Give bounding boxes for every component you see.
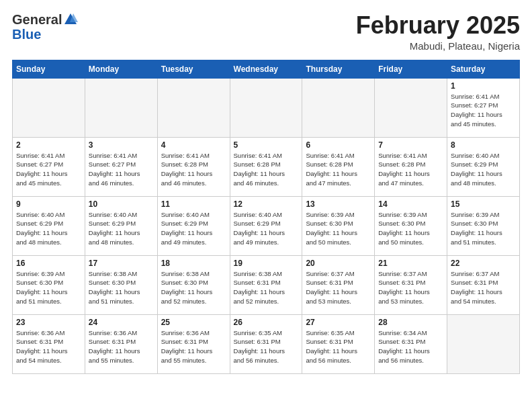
- calendar-cell: 14Sunrise: 6:39 AM Sunset: 6:30 PM Dayli…: [375, 196, 447, 255]
- logo-icon: [63, 12, 78, 27]
- calendar-cell: [302, 78, 375, 137]
- calendar-cell: 8Sunrise: 6:40 AM Sunset: 6:29 PM Daylig…: [447, 137, 520, 196]
- day-info: Sunrise: 6:36 AM Sunset: 6:31 PM Dayligh…: [89, 328, 154, 365]
- day-number: 4: [161, 140, 226, 150]
- calendar-cell: 27Sunrise: 6:35 AM Sunset: 6:31 PM Dayli…: [302, 314, 375, 373]
- day-number: 2: [16, 140, 81, 150]
- calendar-cell: 1Sunrise: 6:41 AM Sunset: 6:27 PM Daylig…: [447, 78, 520, 137]
- page: General Blue February 2025 Mabudi, Plate…: [0, 0, 532, 381]
- day-info: Sunrise: 6:38 AM Sunset: 6:31 PM Dayligh…: [234, 269, 299, 306]
- calendar-cell: 2Sunrise: 6:41 AM Sunset: 6:27 PM Daylig…: [13, 137, 85, 196]
- day-number: 21: [378, 259, 443, 268]
- calendar-cell: 24Sunrise: 6:36 AM Sunset: 6:31 PM Dayli…: [85, 314, 157, 373]
- calendar-cell: [447, 314, 520, 373]
- calendar-cell: 25Sunrise: 6:36 AM Sunset: 6:31 PM Dayli…: [157, 314, 230, 373]
- day-info: Sunrise: 6:41 AM Sunset: 6:27 PM Dayligh…: [451, 92, 516, 129]
- calendar-table: SundayMondayTuesdayWednesdayThursdayFrid…: [12, 60, 520, 374]
- calendar-cell: 4Sunrise: 6:41 AM Sunset: 6:28 PM Daylig…: [157, 137, 230, 196]
- day-info: Sunrise: 6:36 AM Sunset: 6:31 PM Dayligh…: [161, 328, 226, 365]
- day-number: 19: [234, 259, 299, 268]
- calendar-cell: [157, 78, 230, 137]
- calendar-cell: 6Sunrise: 6:41 AM Sunset: 6:28 PM Daylig…: [302, 137, 375, 196]
- day-header-wednesday: Wednesday: [230, 60, 302, 78]
- day-info: Sunrise: 6:37 AM Sunset: 6:31 PM Dayligh…: [451, 269, 516, 306]
- day-header-saturday: Saturday: [447, 60, 520, 78]
- calendar-cell: 9Sunrise: 6:40 AM Sunset: 6:29 PM Daylig…: [13, 196, 85, 255]
- day-info: Sunrise: 6:38 AM Sunset: 6:30 PM Dayligh…: [161, 269, 226, 306]
- logo-general-text: General: [12, 12, 62, 27]
- day-number: 13: [306, 199, 371, 209]
- calendar-cell: [230, 78, 302, 137]
- day-header-friday: Friday: [375, 60, 447, 78]
- day-info: Sunrise: 6:37 AM Sunset: 6:31 PM Dayligh…: [306, 269, 371, 306]
- calendar-cell: 5Sunrise: 6:41 AM Sunset: 6:28 PM Daylig…: [230, 137, 302, 196]
- calendar-cell: [13, 78, 85, 137]
- calendar-cell: 26Sunrise: 6:35 AM Sunset: 6:31 PM Dayli…: [230, 314, 302, 373]
- day-info: Sunrise: 6:35 AM Sunset: 6:31 PM Dayligh…: [306, 328, 371, 365]
- day-info: Sunrise: 6:40 AM Sunset: 6:29 PM Dayligh…: [16, 210, 81, 247]
- day-number: 26: [234, 318, 299, 327]
- calendar-cell: 22Sunrise: 6:37 AM Sunset: 6:31 PM Dayli…: [447, 255, 520, 314]
- day-info: Sunrise: 6:41 AM Sunset: 6:27 PM Dayligh…: [89, 151, 154, 188]
- day-number: 24: [89, 318, 154, 327]
- calendar-cell: 17Sunrise: 6:38 AM Sunset: 6:30 PM Dayli…: [85, 255, 157, 314]
- header: General Blue February 2025 Mabudi, Plate…: [12, 12, 520, 52]
- day-number: 28: [378, 318, 443, 327]
- day-number: 14: [378, 199, 443, 209]
- day-info: Sunrise: 6:40 AM Sunset: 6:29 PM Dayligh…: [161, 210, 226, 247]
- week-row-2: 2Sunrise: 6:41 AM Sunset: 6:27 PM Daylig…: [13, 137, 520, 196]
- title-block: February 2025 Mabudi, Plateau, Nigeria: [356, 12, 520, 52]
- day-header-sunday: Sunday: [13, 60, 85, 78]
- calendar-cell: 3Sunrise: 6:41 AM Sunset: 6:27 PM Daylig…: [85, 137, 157, 196]
- calendar-cell: [375, 78, 447, 137]
- month-title: February 2025: [356, 12, 520, 39]
- calendar-cell: 23Sunrise: 6:36 AM Sunset: 6:31 PM Dayli…: [13, 314, 85, 373]
- week-row-5: 23Sunrise: 6:36 AM Sunset: 6:31 PM Dayli…: [13, 314, 520, 373]
- day-number: 25: [161, 318, 226, 327]
- day-info: Sunrise: 6:38 AM Sunset: 6:30 PM Dayligh…: [89, 269, 154, 306]
- day-info: Sunrise: 6:39 AM Sunset: 6:30 PM Dayligh…: [378, 210, 443, 247]
- day-info: Sunrise: 6:39 AM Sunset: 6:30 PM Dayligh…: [306, 210, 371, 247]
- day-header-monday: Monday: [85, 60, 157, 78]
- day-number: 16: [16, 259, 81, 268]
- day-number: 8: [451, 140, 516, 150]
- day-info: Sunrise: 6:41 AM Sunset: 6:27 PM Dayligh…: [16, 151, 81, 188]
- day-number: 27: [306, 318, 371, 327]
- day-number: 22: [451, 259, 516, 268]
- day-number: 20: [306, 259, 371, 268]
- day-number: 12: [234, 199, 299, 209]
- day-number: 18: [161, 259, 226, 268]
- day-info: Sunrise: 6:39 AM Sunset: 6:30 PM Dayligh…: [451, 210, 516, 247]
- calendar-cell: 10Sunrise: 6:40 AM Sunset: 6:29 PM Dayli…: [85, 196, 157, 255]
- days-header-row: SundayMondayTuesdayWednesdayThursdayFrid…: [13, 60, 520, 78]
- day-number: 23: [16, 318, 81, 327]
- day-info: Sunrise: 6:41 AM Sunset: 6:28 PM Dayligh…: [234, 151, 299, 188]
- day-info: Sunrise: 6:35 AM Sunset: 6:31 PM Dayligh…: [234, 328, 299, 365]
- day-number: 10: [89, 199, 154, 209]
- day-info: Sunrise: 6:37 AM Sunset: 6:31 PM Dayligh…: [378, 269, 443, 306]
- calendar-cell: [85, 78, 157, 137]
- location-title: Mabudi, Plateau, Nigeria: [356, 40, 520, 52]
- day-info: Sunrise: 6:41 AM Sunset: 6:28 PM Dayligh…: [306, 151, 371, 188]
- day-info: Sunrise: 6:34 AM Sunset: 6:31 PM Dayligh…: [378, 328, 443, 365]
- day-info: Sunrise: 6:39 AM Sunset: 6:30 PM Dayligh…: [16, 269, 81, 306]
- day-number: 1: [451, 81, 516, 91]
- calendar-cell: 11Sunrise: 6:40 AM Sunset: 6:29 PM Dayli…: [157, 196, 230, 255]
- day-info: Sunrise: 6:40 AM Sunset: 6:29 PM Dayligh…: [89, 210, 154, 247]
- day-header-tuesday: Tuesday: [157, 60, 230, 78]
- day-number: 17: [89, 259, 154, 268]
- logo: General Blue: [12, 12, 78, 42]
- day-info: Sunrise: 6:36 AM Sunset: 6:31 PM Dayligh…: [16, 328, 81, 365]
- calendar-cell: 18Sunrise: 6:38 AM Sunset: 6:30 PM Dayli…: [157, 255, 230, 314]
- week-row-1: 1Sunrise: 6:41 AM Sunset: 6:27 PM Daylig…: [13, 78, 520, 137]
- day-number: 6: [306, 140, 371, 150]
- calendar-cell: 20Sunrise: 6:37 AM Sunset: 6:31 PM Dayli…: [302, 255, 375, 314]
- day-number: 5: [234, 140, 299, 150]
- day-info: Sunrise: 6:40 AM Sunset: 6:29 PM Dayligh…: [234, 210, 299, 247]
- day-info: Sunrise: 6:40 AM Sunset: 6:29 PM Dayligh…: [451, 151, 516, 188]
- day-header-thursday: Thursday: [302, 60, 375, 78]
- calendar-cell: 13Sunrise: 6:39 AM Sunset: 6:30 PM Dayli…: [302, 196, 375, 255]
- calendar-cell: 19Sunrise: 6:38 AM Sunset: 6:31 PM Dayli…: [230, 255, 302, 314]
- day-number: 9: [16, 199, 81, 209]
- day-info: Sunrise: 6:41 AM Sunset: 6:28 PM Dayligh…: [161, 151, 226, 188]
